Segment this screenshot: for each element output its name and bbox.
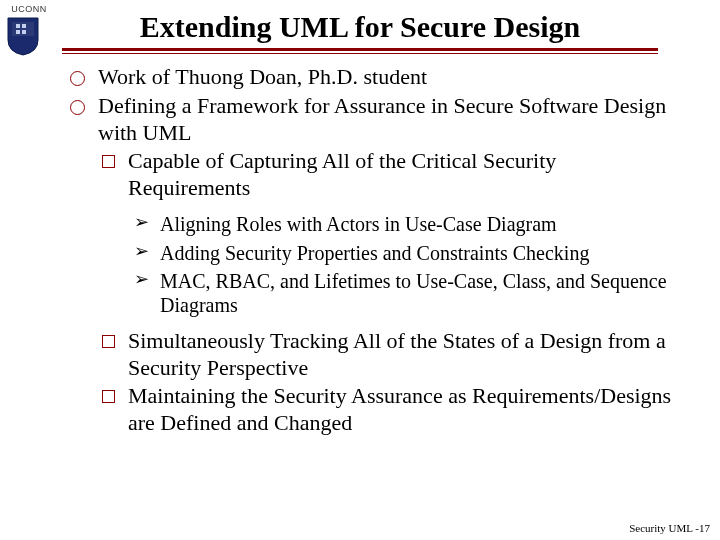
bullet-text: Aligning Roles with Actors in Use-Case D…	[160, 213, 557, 235]
list-item: Adding Security Properties and Constrain…	[134, 241, 682, 265]
svg-rect-4	[22, 30, 26, 34]
list-item: Maintaining the Security Assurance as Re…	[98, 383, 682, 437]
svg-rect-3	[16, 30, 20, 34]
list-item: Aligning Roles with Actors in Use-Case D…	[134, 212, 682, 236]
bullet-text: Defining a Framework for Assurance in Se…	[98, 93, 666, 145]
bullet-text: Simultaneously Tracking All of the State…	[128, 328, 666, 380]
list-item: Simultaneously Tracking All of the State…	[98, 328, 682, 382]
org-logo: UCONN	[6, 4, 52, 60]
slide-body: Work of Thuong Doan, Ph.D. student Defin…	[0, 54, 720, 437]
title-rule-thick	[62, 48, 658, 51]
slide-title: Extending UML for Secure Design	[0, 0, 720, 48]
bullet-text: Adding Security Properties and Constrain…	[160, 242, 589, 264]
list-item: Defining a Framework for Assurance in Se…	[70, 93, 682, 437]
org-name: UCONN	[11, 4, 47, 14]
bullet-text: Maintaining the Security Assurance as Re…	[128, 383, 671, 435]
svg-rect-1	[16, 24, 20, 28]
bullet-text: Work of Thuong Doan, Ph.D. student	[98, 64, 427, 89]
svg-rect-2	[22, 24, 26, 28]
shield-icon	[6, 16, 40, 56]
list-item: Capable of Capturing All of the Critical…	[98, 148, 682, 317]
slide-footer: Security UML -17	[629, 522, 710, 534]
list-item: MAC, RBAC, and Lifetimes to Use-Case, Cl…	[134, 269, 682, 318]
org-logo-text: UCONN	[6, 4, 52, 14]
bullet-text: Capable of Capturing All of the Critical…	[128, 148, 556, 200]
bullet-text: MAC, RBAC, and Lifetimes to Use-Case, Cl…	[160, 270, 667, 316]
list-item: Work of Thuong Doan, Ph.D. student	[70, 64, 682, 91]
